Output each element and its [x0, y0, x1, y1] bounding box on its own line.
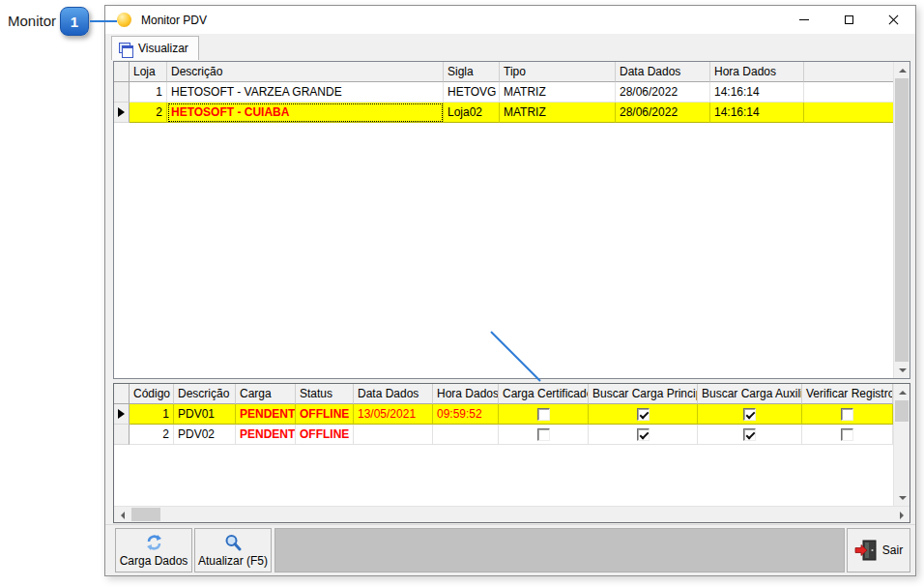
pdv-grid-horizontal-scrollbar[interactable] [114, 506, 910, 522]
grid-cell[interactable]: MATRIZ [500, 103, 616, 123]
checkbox[interactable] [743, 408, 756, 421]
atualizar-button[interactable]: Atualizar (F5) [194, 528, 272, 572]
grid-cell[interactable] [589, 404, 698, 425]
column-header[interactable]: Tipo [500, 62, 616, 82]
tab-visualizar[interactable]: Visualizar [111, 36, 199, 60]
grid-cell[interactable]: 14:16:14 [710, 103, 804, 123]
column-header[interactable]: Descrição [167, 62, 444, 82]
grid-cell[interactable]: 09:59:52 [433, 404, 499, 425]
pdv-grid-vertical-scrollbar[interactable] [893, 384, 910, 506]
column-header[interactable]: Verificar Registros [802, 384, 893, 404]
scroll-left-button[interactable] [114, 507, 130, 523]
grid-cell[interactable]: OFFLINE [296, 404, 354, 425]
grid-cell[interactable] [589, 425, 698, 445]
grid-cell[interactable]: 14:16:14 [710, 82, 804, 103]
row-selector[interactable] [114, 82, 130, 103]
carga-dados-button[interactable]: Carga Dados [115, 528, 192, 572]
scrollbar-thumb[interactable] [895, 78, 909, 362]
column-header[interactable]: Hora Dados [710, 62, 804, 82]
row-filler [804, 103, 893, 123]
window-title: Monitor PDV [141, 14, 207, 27]
window-controls [782, 6, 915, 34]
scroll-right-button[interactable] [893, 507, 910, 523]
column-header[interactable]: Carga [236, 384, 296, 404]
checkbox[interactable] [841, 408, 853, 421]
row-selector[interactable] [114, 425, 130, 445]
column-header[interactable]: Descrição [174, 384, 236, 404]
grid-cell[interactable]: HETOSOFT - CUIABA [167, 103, 444, 123]
checkbox[interactable] [537, 408, 550, 421]
form-icon [119, 43, 132, 54]
grid-cell[interactable]: 2 [130, 425, 174, 445]
grid-cell[interactable] [499, 404, 589, 425]
grid-cell[interactable] [698, 404, 802, 425]
grid-cell[interactable] [698, 425, 802, 445]
grid-cell[interactable]: HETOVG [444, 82, 500, 103]
grid-row[interactable]: 2HETOSOFT - CUIABALoja02MATRIZ28/06/2022… [114, 103, 893, 123]
sair-button[interactable]: Sair [847, 528, 910, 572]
grid-cell[interactable] [499, 425, 589, 445]
magnifier-icon [224, 534, 242, 551]
header-filler [804, 62, 893, 82]
scroll-up-button[interactable] [894, 62, 910, 78]
stores-grid[interactable]: LojaDescriçãoSiglaTipoData DadosHora Dad… [113, 61, 910, 379]
grid-cell[interactable]: PENDENTE [236, 425, 296, 445]
checkbox[interactable] [637, 428, 650, 441]
scrollbar-thumb[interactable] [895, 400, 909, 422]
row-selector-header[interactable] [114, 62, 130, 82]
checkbox[interactable] [743, 428, 756, 441]
column-header[interactable]: Carga Certificado [499, 384, 589, 404]
grid-cell[interactable]: MATRIZ [500, 82, 616, 103]
pdv-grid[interactable]: CódigoDescriçãoCargaStatusData DadosHora… [113, 383, 910, 523]
row-selector[interactable] [114, 103, 130, 123]
column-header[interactable]: Código [130, 384, 174, 404]
maximize-button[interactable] [826, 6, 871, 34]
grid-cell[interactable] [802, 404, 893, 425]
grid-cell[interactable] [433, 425, 499, 445]
grid-row[interactable]: 2PDV02PENDENTEOFFLINE [114, 425, 893, 445]
grid-cell[interactable]: Loja02 [444, 103, 500, 123]
grid-row[interactable]: 1PDV01PENDENTEOFFLINE13/05/202109:59:52 [114, 404, 893, 425]
column-header[interactable]: Hora Dados [433, 384, 499, 404]
grid-row[interactable]: 1HETOSOFT - VARZEA GRANDEHETOVGMATRIZ28/… [114, 82, 893, 103]
close-icon [888, 15, 899, 25]
grid-cell[interactable]: 13/05/2021 [354, 404, 433, 425]
close-button[interactable] [871, 6, 915, 34]
callout-1-badge[interactable]: 1 [60, 7, 89, 36]
grid-cell[interactable]: HETOSOFT - VARZEA GRANDE [167, 82, 444, 103]
row-selector-header[interactable] [114, 384, 130, 404]
column-header[interactable]: Data Dados [354, 384, 433, 404]
scroll-down-button[interactable] [894, 489, 910, 506]
grid-cell[interactable]: 1 [130, 404, 174, 425]
checkbox[interactable] [637, 408, 650, 421]
grid-cell[interactable] [802, 425, 893, 445]
column-header[interactable]: Status [296, 384, 354, 404]
stores-grid-vertical-scrollbar[interactable] [893, 62, 910, 378]
column-header[interactable]: Buscar Carga Auxiliar [698, 384, 802, 404]
title-bar: Monitor PDV [105, 6, 915, 34]
exit-door-icon [854, 539, 878, 562]
grid-cell[interactable]: PDV02 [174, 425, 236, 445]
grid-cell[interactable]: 1 [130, 82, 167, 103]
column-header[interactable]: Sigla [444, 62, 500, 82]
scroll-up-button[interactable] [894, 384, 910, 400]
grid-cell[interactable]: OFFLINE [296, 425, 354, 445]
column-header[interactable]: Data Dados [616, 62, 710, 82]
minimize-button[interactable] [782, 6, 826, 34]
grid-cell[interactable]: 28/06/2022 [616, 82, 710, 103]
row-selector[interactable] [114, 404, 130, 425]
toolbar-panel [274, 528, 845, 572]
grid-cell[interactable]: 2 [130, 103, 167, 123]
grid-cell[interactable] [354, 425, 433, 445]
bottom-toolbar: Carga Dados Atualizar (F5) Sair [105, 524, 915, 575]
checkbox[interactable] [841, 428, 853, 441]
current-row-arrow-icon [118, 409, 125, 419]
column-header[interactable]: Buscar Carga Principal [589, 384, 698, 404]
scrollbar-thumb[interactable] [131, 508, 160, 521]
grid-cell[interactable]: PENDENTE [236, 404, 296, 425]
column-header[interactable]: Loja [130, 62, 167, 82]
grid-cell[interactable]: 28/06/2022 [616, 103, 710, 123]
checkbox[interactable] [537, 428, 550, 441]
grid-cell[interactable]: PDV01 [174, 404, 236, 425]
scroll-down-button[interactable] [894, 362, 910, 378]
